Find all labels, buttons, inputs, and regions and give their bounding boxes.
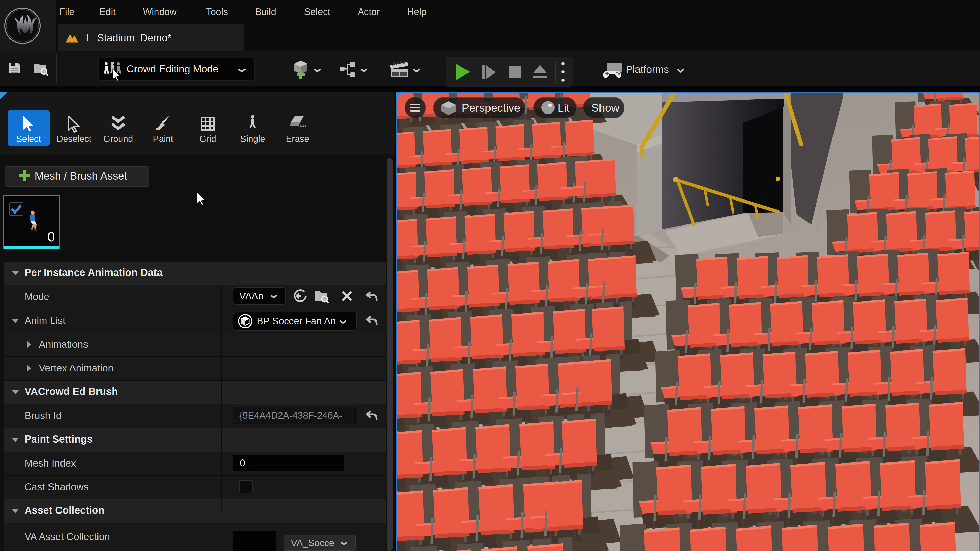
- svg-text:Perspective: Perspective: [462, 102, 520, 114]
- svg-text:Show: Show: [591, 102, 619, 114]
- svg-text:Lit: Lit: [558, 102, 570, 114]
